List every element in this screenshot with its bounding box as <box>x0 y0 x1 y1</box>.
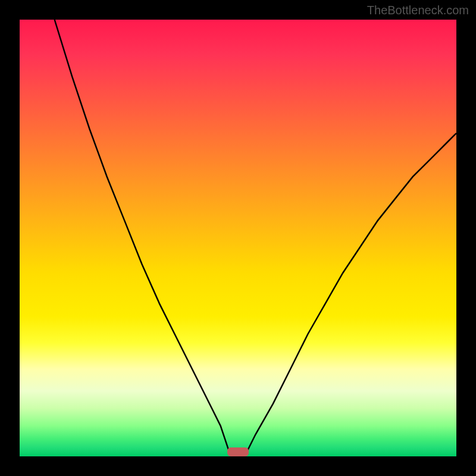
right-curve <box>247 133 456 452</box>
curve-svg <box>20 20 456 456</box>
left-curve <box>55 20 230 452</box>
minimum-marker <box>227 447 249 456</box>
plot-area <box>20 20 456 456</box>
chart-container: TheBottleneck.com <box>0 0 476 476</box>
watermark-text: TheBottleneck.com <box>367 4 469 17</box>
